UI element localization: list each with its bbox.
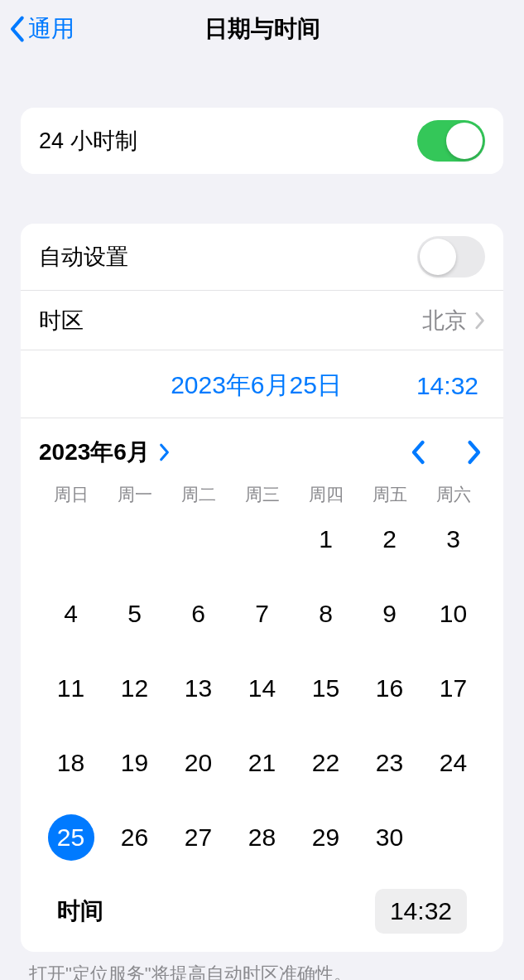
day-number: 10 [440,600,467,628]
day-cell[interactable]: 22 [294,740,358,786]
next-month-button[interactable] [462,437,485,468]
day-number: 18 [57,749,84,777]
day-cell[interactable]: 30 [358,814,421,861]
day-number: 6 [191,600,205,628]
day-number: 29 [312,823,339,852]
timezone-label: 时区 [39,306,84,336]
day-number: 15 [312,674,339,702]
day-number: 1 [319,525,333,553]
day-cell[interactable]: 14 [230,665,294,712]
day-number: 19 [121,749,148,777]
weekday-label: 周六 [421,483,485,506]
day-cell[interactable]: 5 [103,591,166,637]
weekday-label: 周五 [358,483,421,506]
day-number: 4 [64,600,78,628]
day-number: 20 [185,749,212,777]
day-cell[interactable]: 3 [421,516,485,562]
day-cell[interactable]: 7 [230,591,294,637]
day-cell[interactable]: 29 [294,814,358,861]
auto-set-label: 自动设置 [39,242,128,272]
day-number: 17 [440,674,467,702]
timezone-value: 北京 [422,306,467,336]
time-label: 时间 [57,896,103,927]
auto-set-switch[interactable] [417,236,485,278]
day-cell[interactable]: 23 [358,740,421,786]
time-value: 14:32 [390,897,452,924]
day-cell[interactable]: 19 [103,740,166,786]
selected-time-display[interactable]: 14:32 [416,372,478,400]
day-number: 14 [248,674,276,702]
day-cell-empty [39,516,103,562]
day-cell[interactable]: 25 [39,814,103,861]
day-cell[interactable]: 9 [358,591,421,637]
day-cell[interactable]: 4 [39,591,103,637]
day-number: 11 [57,674,84,702]
time-picker-button[interactable]: 14:32 [375,889,467,934]
weekday-label: 周一 [103,483,166,506]
day-cell[interactable]: 16 [358,665,421,712]
day-cell[interactable]: 10 [421,591,485,637]
day-number: 21 [248,749,276,777]
day-cell[interactable]: 28 [230,814,294,861]
day-cell[interactable]: 18 [39,740,103,786]
day-cell[interactable]: 1 [294,516,358,562]
day-cell-empty [230,516,294,562]
day-cell[interactable]: 13 [166,665,230,712]
day-number: 7 [255,600,269,628]
day-number: 24 [440,749,467,777]
month-label: 2023年6月 [39,437,150,468]
day-number: 22 [312,749,339,777]
day-cell[interactable]: 2 [358,516,421,562]
chevron-right-icon [158,443,170,461]
24h-format-switch[interactable] [417,120,485,162]
day-number: 3 [446,525,460,553]
timezone-row[interactable]: 时区 北京 [21,290,503,350]
24h-format-label: 24 小时制 [39,126,137,156]
month-picker-button[interactable]: 2023年6月 [39,437,170,468]
day-number: 12 [121,674,148,702]
back-button[interactable]: 通用 [8,13,75,45]
chevron-left-icon [411,440,427,465]
day-cell[interactable]: 15 [294,665,358,712]
prev-month-button[interactable] [407,437,430,468]
chevron-right-icon [465,440,482,465]
day-cell-empty [166,516,230,562]
day-number: 23 [376,749,403,777]
footer-note: 打开"定位服务"将提高自动时区准确性。 [29,962,495,980]
day-cell[interactable]: 11 [39,665,103,712]
selected-date-display[interactable]: 2023年6月25日 [171,369,342,403]
weekday-label: 周四 [294,483,358,506]
page-title: 日期与时间 [204,13,320,45]
day-cell[interactable]: 17 [421,665,485,712]
weekday-label: 周三 [230,483,294,506]
day-cell-empty [103,516,166,562]
chevron-right-icon [474,311,485,330]
day-number: 9 [382,600,397,628]
day-cell[interactable]: 27 [166,814,230,861]
day-number: 16 [376,674,403,702]
day-number: 13 [185,674,212,702]
day-number: 5 [127,600,142,628]
back-label: 通用 [28,13,75,45]
day-number: 30 [376,823,403,852]
day-cell[interactable]: 20 [166,740,230,786]
day-number: 26 [121,823,148,852]
day-cell[interactable]: 12 [103,665,166,712]
day-cell[interactable]: 8 [294,591,358,637]
day-cell[interactable]: 24 [421,740,485,786]
day-number: 8 [319,600,333,628]
day-number: 25 [48,814,94,861]
day-cell[interactable]: 6 [166,591,230,637]
day-cell[interactable]: 26 [103,814,166,861]
day-number: 28 [248,823,276,852]
weekday-label: 周日 [39,483,103,506]
day-number: 27 [185,823,212,852]
day-number: 2 [382,525,397,553]
chevron-left-icon [8,15,25,43]
weekday-label: 周二 [166,483,230,506]
day-cell[interactable]: 21 [230,740,294,786]
